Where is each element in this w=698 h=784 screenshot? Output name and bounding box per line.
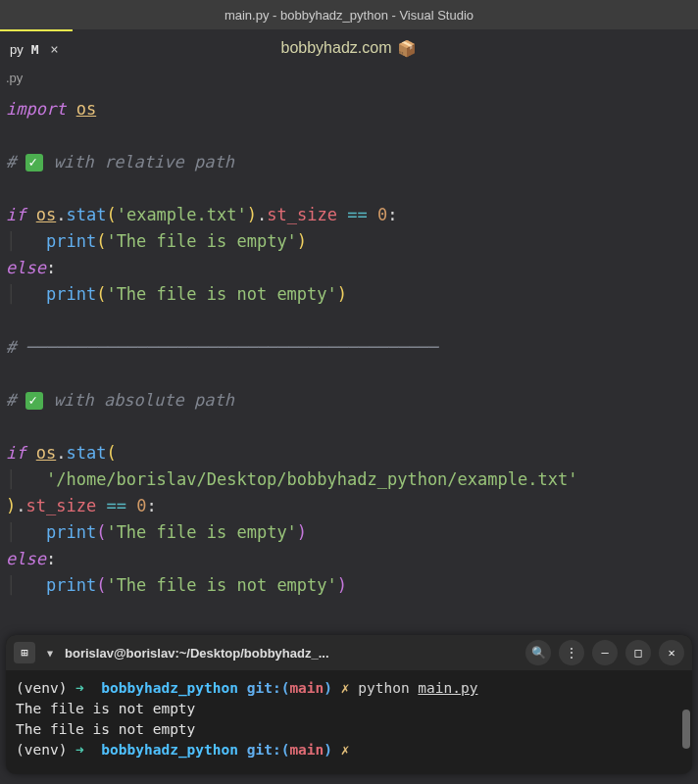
watermark-emoji: 📦 <box>397 39 417 58</box>
check-icon <box>25 154 43 172</box>
check-icon <box>25 392 43 410</box>
module-os: os <box>76 99 96 119</box>
terminal-newtab-button[interactable]: ⊞ <box>14 642 35 663</box>
menu-icon: ⋮ <box>566 646 577 660</box>
search-icon: 🔍 <box>531 646 546 660</box>
terminal-line: (venv) ➜ bobbyhadz_python git:(main) ✗ p… <box>16 678 682 699</box>
terminal-scrollbar[interactable] <box>682 710 690 749</box>
comment-separator: # ──────────────────────────────────────… <box>6 337 437 357</box>
comment-absolute: # with absolute path <box>6 390 234 410</box>
tab-label: py <box>10 42 24 57</box>
keyword-if: if <box>6 205 25 224</box>
terminal-output: The file is not empty <box>16 699 682 719</box>
terminal-title: borislav@borislav:~/Desktop/bobbyhadz_..… <box>65 646 518 661</box>
terminal-output: The file is not empty <box>16 719 682 740</box>
breadcrumb-text: .py <box>6 71 23 85</box>
keyword-import: import <box>6 99 66 119</box>
close-icon: ✕ <box>668 646 674 660</box>
keyword-else: else <box>6 258 46 277</box>
minimize-icon: — <box>601 646 608 660</box>
terminal-menu-button[interactable]: ⋮ <box>559 640 584 665</box>
terminal-window: ⊞ ▼ borislav@borislav:~/Desktop/bobbyhad… <box>6 635 692 774</box>
terminal-body[interactable]: (venv) ➜ bobbyhadz_python git:(main) ✗ p… <box>6 670 692 774</box>
window-title: main.py - bobbyhadz_python - Visual Stud… <box>224 8 474 23</box>
tab-main-py[interactable]: py M × <box>0 29 73 67</box>
terminal-search-button[interactable]: 🔍 <box>525 640 551 665</box>
breadcrumb[interactable]: .py <box>0 67 698 88</box>
terminal-close-button[interactable]: ✕ <box>659 640 684 665</box>
terminal-dropdown-icon[interactable]: ▼ <box>43 648 57 659</box>
watermark: bobbyhadz.com 📦 <box>281 39 418 58</box>
code-editor[interactable]: import os # with relative path if os.sta… <box>0 88 698 607</box>
tab-modified-indicator: M <box>31 42 39 57</box>
terminal-maximize-button[interactable]: □ <box>625 640 651 665</box>
terminal-title-bar: ⊞ ▼ borislav@borislav:~/Desktop/bobbyhad… <box>6 635 692 670</box>
comment-relative: # with relative path <box>6 152 234 172</box>
maximize-icon: □ <box>634 646 641 660</box>
tab-bar: py M × bobbyhadz.com 📦 <box>0 29 698 67</box>
tab-close-button[interactable]: × <box>47 41 63 57</box>
terminal-prompt: (venv) ➜ bobbyhadz_python git:(main) ✗ <box>16 740 682 760</box>
watermark-text: bobbyhadz.com <box>281 39 392 57</box>
newtab-icon: ⊞ <box>21 646 27 660</box>
terminal-minimize-button[interactable]: — <box>592 640 618 665</box>
window-title-bar: main.py - bobbyhadz_python - Visual Stud… <box>0 0 698 29</box>
